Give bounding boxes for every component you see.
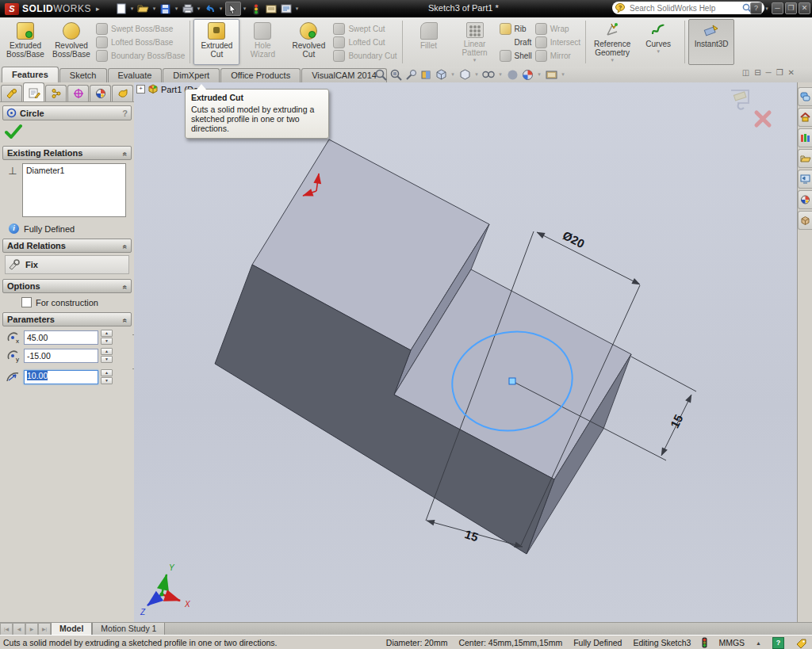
relations-listbox[interactable]: Diameter1 bbox=[22, 163, 126, 217]
fillet-button[interactable]: Fillet bbox=[406, 19, 452, 65]
diameter-dimension-line[interactable] bbox=[537, 232, 640, 284]
center-x-input[interactable] bbox=[24, 330, 98, 345]
featuremanager-tree-tab[interactable] bbox=[1, 85, 22, 101]
apply-scene-icon[interactable] bbox=[545, 68, 557, 81]
hide-show-dropdown-icon[interactable]: ▾ bbox=[497, 71, 504, 78]
extruded-boss-base-button[interactable]: Extruded Boss/Base bbox=[2, 19, 48, 65]
boundary-cut-button[interactable]: Boundary Cut bbox=[333, 49, 396, 62]
appearance-dropdown-icon[interactable]: ▾ bbox=[536, 71, 542, 78]
revolved-boss-base-button[interactable]: Revolved Boss/Base bbox=[48, 19, 94, 65]
collapse-chevron-icon[interactable]: « bbox=[121, 244, 130, 247]
for-construction-checkbox[interactable] bbox=[21, 297, 32, 307]
help-button[interactable]: ? bbox=[750, 2, 762, 14]
circle-center-point[interactable] bbox=[509, 378, 515, 384]
quick-tips-icon[interactable]: ? bbox=[772, 637, 784, 649]
doc-restore-icon[interactable]: ❐ bbox=[776, 68, 783, 77]
mirror-button[interactable]: Mirror bbox=[535, 49, 580, 62]
collapse-chevron-icon[interactable]: « bbox=[121, 151, 130, 155]
draft-button[interactable]: Draft bbox=[515, 36, 532, 48]
propertymanager-tab[interactable] bbox=[23, 82, 44, 101]
motion-study-tab[interactable]: Motion Study 1 bbox=[92, 623, 165, 636]
exit-sketch-icon[interactable] bbox=[731, 90, 749, 109]
dimxpertmanager-tab[interactable] bbox=[67, 85, 89, 101]
fix-relation-button[interactable]: Fix bbox=[5, 255, 129, 274]
doc-minimize-icon[interactable]: ─ bbox=[766, 68, 772, 77]
lofted-cut-button[interactable]: Lofted Cut bbox=[333, 36, 396, 48]
display-style-icon[interactable] bbox=[458, 68, 471, 81]
save-button[interactable] bbox=[159, 2, 173, 15]
height-dimension-text[interactable]: 15 bbox=[668, 412, 686, 430]
reference-geometry-button[interactable]: Reference Geometry ▾ bbox=[589, 19, 635, 65]
edit-appearance-icon[interactable] bbox=[521, 68, 534, 81]
view-orientation-icon[interactable] bbox=[435, 68, 447, 81]
rib-button[interactable]: Rib bbox=[515, 22, 532, 35]
extruded-cut-button[interactable]: Extruded Cut bbox=[193, 19, 239, 65]
select-tool-button[interactable] bbox=[225, 2, 241, 16]
swept-boss-base-button[interactable]: Swept Boss/Base bbox=[96, 22, 185, 35]
tab-evaluate[interactable]: Evaluate bbox=[108, 68, 163, 82]
options-header[interactable]: Options « bbox=[2, 279, 132, 293]
minimize-button[interactable]: ─ bbox=[772, 2, 783, 14]
help-search-input[interactable] bbox=[628, 3, 740, 13]
status-units[interactable]: MMGS bbox=[718, 638, 745, 647]
new-document-button[interactable] bbox=[114, 2, 128, 15]
model-tab[interactable]: Model bbox=[51, 623, 92, 636]
tab-office-products[interactable]: Office Products bbox=[220, 68, 301, 82]
wrap-button[interactable]: Wrap bbox=[535, 22, 580, 35]
doc-close-icon[interactable]: ✕ bbox=[788, 68, 795, 77]
center-y-input[interactable] bbox=[24, 349, 98, 363]
zoom-to-area-icon[interactable] bbox=[389, 68, 402, 81]
split-vertical-icon[interactable]: ⊟ bbox=[754, 68, 760, 77]
display-style-dropdown-icon[interactable]: ▾ bbox=[473, 71, 480, 78]
reference-dropdown-icon[interactable]: ▾ bbox=[609, 57, 615, 63]
collapse-chevron-icon[interactable]: « bbox=[121, 284, 130, 288]
cam-manager-tab[interactable] bbox=[112, 85, 133, 101]
appearances-scenes-tab[interactable] bbox=[798, 190, 812, 209]
tag-icon[interactable] bbox=[795, 638, 807, 648]
design-library-tab[interactable] bbox=[798, 128, 812, 147]
curves-dropdown-icon[interactable]: ▾ bbox=[655, 48, 661, 55]
section-view-icon[interactable] bbox=[419, 68, 432, 81]
print-button[interactable] bbox=[181, 2, 195, 15]
shell-button[interactable]: Shell bbox=[515, 49, 532, 62]
intersect-button[interactable]: Intersect bbox=[535, 36, 580, 48]
scene-dropdown-icon[interactable]: ▾ bbox=[560, 71, 566, 78]
radius-spinner[interactable]: ▲▼ bbox=[101, 369, 113, 384]
rebuild-button[interactable] bbox=[249, 2, 263, 15]
undo-button[interactable] bbox=[203, 2, 217, 15]
lofted-boss-base-button[interactable]: Lofted Boss/Base bbox=[96, 36, 185, 48]
parameters-header[interactable]: Parameters « bbox=[2, 312, 132, 326]
center-y-spinner[interactable]: ▲▼ bbox=[101, 348, 113, 363]
prev-tab-nav-button[interactable]: ◀ bbox=[13, 623, 25, 636]
new-dropdown-icon[interactable]: ▾ bbox=[129, 6, 136, 12]
pm-help-icon[interactable]: ? bbox=[122, 109, 128, 118]
zoom-to-fit-icon[interactable] bbox=[374, 68, 387, 81]
shadow-icon[interactable] bbox=[506, 68, 519, 81]
print-dropdown-icon[interactable]: ▾ bbox=[196, 6, 202, 12]
first-tab-nav-button[interactable]: |◀ bbox=[0, 623, 13, 636]
undo-dropdown-icon[interactable]: ▾ bbox=[218, 6, 224, 12]
custom-properties-tab[interactable] bbox=[798, 211, 812, 230]
diameter-dimension-text[interactable]: Ø20 bbox=[561, 228, 587, 250]
home-tab[interactable] bbox=[798, 108, 812, 127]
ok-check-icon[interactable] bbox=[5, 124, 22, 139]
select-dropdown-icon[interactable]: ▾ bbox=[242, 6, 248, 12]
file-properties-button[interactable] bbox=[264, 2, 278, 15]
swept-cut-button[interactable]: Swept Cut bbox=[333, 22, 396, 35]
solidworks-resources-tab[interactable] bbox=[798, 87, 812, 106]
split-horizontal-icon[interactable]: ◫ bbox=[742, 68, 749, 77]
magnified-selection-icon[interactable] bbox=[404, 68, 417, 81]
open-button[interactable] bbox=[136, 2, 151, 15]
hide-show-items-icon[interactable] bbox=[482, 68, 495, 81]
cancel-sketch-icon[interactable] bbox=[756, 113, 769, 125]
menu-expand-icon[interactable]: ▸ bbox=[96, 5, 100, 13]
units-dropdown-icon[interactable]: ▲ bbox=[756, 640, 761, 646]
save-dropdown-icon[interactable]: ▾ bbox=[174, 6, 180, 12]
tab-sketch[interactable]: Sketch bbox=[59, 68, 107, 82]
next-tab-nav-button[interactable]: ▶ bbox=[25, 623, 38, 636]
width-dimension-text[interactable]: 15 bbox=[463, 527, 480, 544]
tab-features[interactable]: Features bbox=[2, 67, 59, 82]
collapse-chevron-icon[interactable]: « bbox=[121, 318, 130, 321]
pattern-dropdown-icon[interactable]: ▾ bbox=[472, 57, 478, 63]
hole-wizard-button[interactable]: Hole Wizard bbox=[239, 19, 285, 65]
